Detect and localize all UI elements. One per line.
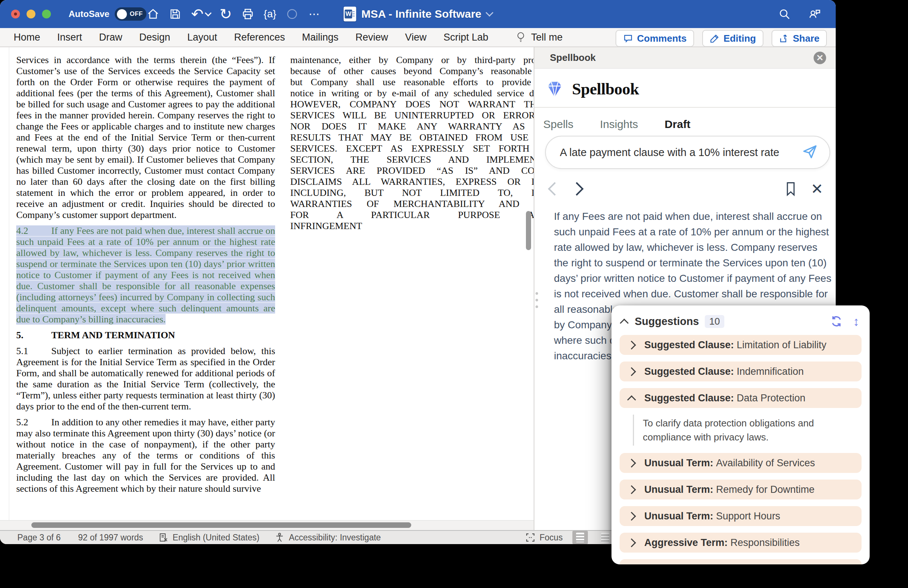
- autosave-toggle[interactable]: OFF: [115, 7, 147, 21]
- doc-line: INCLUDING, BUT NOT LIMITED TO, IMP: [290, 187, 534, 198]
- print-icon[interactable]: [241, 7, 255, 21]
- pane-close-button[interactable]: ✕: [814, 52, 826, 64]
- chevron-icon[interactable]: [627, 512, 636, 520]
- proofing-icon[interactable]: [158, 532, 169, 543]
- close-window-button[interactable]: [11, 10, 20, 18]
- undo-dropdown-icon[interactable]: [205, 10, 211, 16]
- spellbook-tab-spells[interactable]: Spells: [543, 118, 573, 130]
- more-commands-icon[interactable]: ⋯: [307, 7, 321, 21]
- doc-heading: 5.TERM AND TERMINATION: [16, 330, 275, 341]
- dismiss-draft-icon[interactable]: ✕: [811, 182, 823, 196]
- doc-line: INFRINGEMENT: [290, 221, 534, 232]
- document-column-right: maintenance, either by Company or by thi…: [290, 55, 534, 232]
- chevron-icon[interactable]: [627, 538, 636, 547]
- spellbook-tab-draft[interactable]: Draft: [665, 118, 691, 130]
- focus-label: Focus: [539, 533, 563, 543]
- chevron-icon[interactable]: [627, 367, 636, 376]
- spellbook-tab-insights[interactable]: Insights: [600, 118, 638, 130]
- tell-me[interactable]: Tell me: [515, 28, 563, 47]
- chevron-icon[interactable]: [627, 459, 636, 467]
- doc-paragraph: 5.2In addition to any other remedies it …: [16, 417, 275, 494]
- home-icon[interactable]: [146, 7, 160, 21]
- send-icon[interactable]: [802, 143, 818, 161]
- share-presence-icon[interactable]: [808, 7, 822, 21]
- suggestion-item[interactable]: Suggested Clause: Data Protection: [620, 388, 861, 408]
- expand-collapse-all-icon[interactable]: ↕: [853, 315, 859, 327]
- doc-line: NOR DOES IT MAKE ANY WARRANTY AS TO: [290, 121, 534, 132]
- dictate-icon[interactable]: [285, 7, 299, 21]
- undo-icon: ↶: [190, 7, 204, 21]
- suggestion-item[interactable]: Unusual Term: Availability of Services: [620, 453, 861, 473]
- ribbon-tab-layout[interactable]: Layout: [187, 32, 217, 43]
- title-bar: AutoSave OFF ↶ ↻: [0, 0, 836, 28]
- ribbon-tab-insert[interactable]: Insert: [57, 32, 82, 43]
- chevron-icon[interactable]: [627, 340, 636, 350]
- doc-paragraph: 5.1Subject to earlier termination as pro…: [16, 346, 275, 412]
- suggestion-item[interactable]: Suggested Clause: Indemnification: [620, 361, 861, 382]
- suggestion-item[interactable]: Point to Negotiate: Service Capacity: [620, 559, 861, 564]
- word-count[interactable]: 92 of 1997 words: [78, 533, 143, 543]
- doc-line: FOR A PARTICULAR PURPOSE AND: [290, 209, 534, 221]
- editing-button[interactable]: Editing: [702, 30, 763, 47]
- redo-icon[interactable]: ↻: [219, 7, 233, 21]
- bookmark-icon[interactable]: [784, 181, 797, 197]
- doc-line: SERVICES WILL BE UNINTERRUPTED OR ERROR …: [290, 110, 534, 121]
- suggestion-item[interactable]: Aggressive Term: Responsibilities: [620, 533, 861, 553]
- search-icon[interactable]: [778, 7, 792, 21]
- pane-resize-handle[interactable]: [536, 292, 538, 308]
- accessibility-icon[interactable]: [274, 532, 285, 543]
- page-indicator[interactable]: Page 3 of 6: [17, 533, 61, 543]
- ribbon-tab-script-lab[interactable]: Script Lab: [443, 32, 488, 43]
- draft-prompt-value: A late payment clause with a 10% interes…: [560, 147, 802, 159]
- share-button[interactable]: Share: [771, 30, 827, 47]
- print-layout-view-button[interactable]: [572, 531, 588, 544]
- focus-button[interactable]: Focus: [525, 532, 563, 543]
- save-icon[interactable]: [168, 7, 182, 21]
- doc-line: DISCLAIMS ALL WARRANTIES, EXPRESS OR IMP: [290, 176, 534, 187]
- lightbulb-icon: [515, 31, 526, 43]
- ribbon-tab-view[interactable]: View: [405, 32, 426, 43]
- document-horizontal-scrollbar-track[interactable]: [0, 520, 534, 530]
- chevron-icon[interactable]: [627, 395, 636, 404]
- document-horizontal-scrollbar[interactable]: [31, 522, 411, 528]
- undo-button[interactable]: ↶: [190, 7, 211, 21]
- doc-line: HOWEVER, COMPANY DOES NOT WARRANT THAT: [290, 99, 534, 110]
- language-indicator[interactable]: English (United States): [172, 533, 259, 543]
- suggestion-description: To clarify data protection obligations a…: [633, 415, 857, 446]
- comments-button[interactable]: Comments: [615, 30, 694, 47]
- collapse-suggestions-icon[interactable]: [620, 318, 628, 327]
- doc-paragraph: Services in accordance with the terms th…: [16, 55, 275, 221]
- comments-label: Comments: [637, 33, 686, 44]
- document-vertical-scrollbar[interactable]: [526, 211, 531, 250]
- suggestion-item[interactable]: Unusual Term: Support Hours: [620, 506, 861, 526]
- suggestion-item[interactable]: Suggested Clause: Limitation of Liabilit…: [620, 335, 861, 355]
- doc-line: notice in writing or by e-mail of any sc…: [290, 88, 534, 99]
- chevron-icon[interactable]: [627, 485, 636, 494]
- document-canvas[interactable]: Services in accordance with the terms th…: [0, 47, 534, 530]
- ribbon-tab-references[interactable]: References: [234, 32, 285, 43]
- ribbon-tab-home[interactable]: Home: [14, 32, 40, 43]
- suggestion-item[interactable]: Unusual Term: Remedy for Downtime: [620, 480, 861, 499]
- share-icon: [779, 33, 789, 43]
- doc-clause-4-2: 4.2If any Fees are not paid when due, in…: [16, 226, 275, 325]
- web-layout-view-button[interactable]: [597, 531, 613, 544]
- ribbon-tabs: HomeInsertDrawDesignLayoutReferencesMail…: [14, 28, 488, 47]
- title-dropdown-icon[interactable]: [485, 8, 493, 16]
- ribbon-tab-mailings[interactable]: Mailings: [302, 32, 338, 43]
- minimize-window-button[interactable]: [27, 10, 35, 18]
- ribbon-tab-draw[interactable]: Draw: [99, 32, 122, 43]
- refresh-icon[interactable]: [829, 314, 844, 328]
- accessibility-status[interactable]: Accessibility: Investigate: [289, 533, 381, 543]
- suggestions-list: Suggested Clause: Limitation of Liabilit…: [612, 333, 869, 564]
- zoom-window-button[interactable]: [42, 10, 51, 18]
- next-result-button[interactable]: [570, 182, 584, 196]
- draft-prompt-input[interactable]: A late payment clause with a 10% interes…: [545, 136, 830, 169]
- doc-line: SERVICES. EXCEPT AS EXPRESSLY SET FORTH …: [290, 143, 534, 154]
- document-title-area[interactable]: W MSA - Infinite Software: [344, 0, 493, 28]
- autosave-label: AutoSave: [69, 9, 109, 19]
- style-brace-icon[interactable]: {a}: [263, 7, 277, 21]
- ribbon-tab-design[interactable]: Design: [139, 32, 171, 43]
- focus-icon: [525, 532, 536, 543]
- previous-result-button[interactable]: [548, 182, 562, 196]
- ribbon-tab-review[interactable]: Review: [356, 32, 388, 43]
